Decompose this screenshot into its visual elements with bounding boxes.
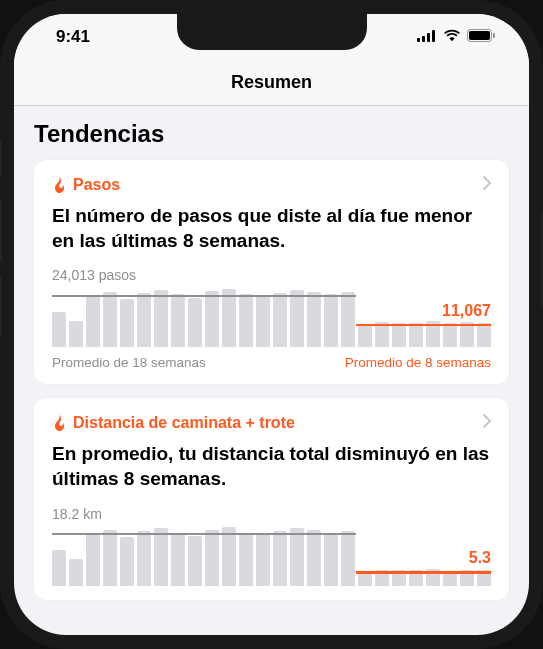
long-avg-label: 24,013 pasos: [52, 267, 491, 283]
side-button: [0, 140, 2, 176]
bar: [256, 534, 270, 586]
bar: [205, 291, 219, 347]
nav-title: Resumen: [231, 72, 312, 92]
bar: [256, 295, 270, 347]
wifi-icon: [443, 27, 461, 47]
svg-rect-6: [493, 33, 495, 38]
card-header: Distancia de caminata + trote: [52, 414, 491, 432]
bar: [239, 533, 253, 586]
flame-icon: [52, 177, 67, 194]
bar: [341, 292, 355, 347]
bar: [52, 312, 66, 347]
bar: [188, 536, 202, 586]
content[interactable]: Tendencias Pasos El número de pasos que …: [14, 106, 529, 628]
bar: [273, 531, 287, 586]
bar: [52, 550, 66, 585]
bar: [443, 323, 457, 347]
bar: [69, 559, 83, 586]
screen: 9:41 Resumen Tendencias: [14, 14, 529, 635]
bar: [205, 530, 219, 586]
nav-bar: Resumen: [14, 60, 529, 106]
trend-card-distance[interactable]: Distancia de caminata + trote En promedi…: [34, 398, 509, 599]
svg-rect-5: [469, 31, 490, 40]
bar: [324, 533, 338, 586]
long-avg-line: [52, 533, 356, 535]
bar: [154, 290, 168, 348]
card-message: En promedio, tu distancia total disminuy…: [52, 442, 491, 491]
bar: [137, 293, 151, 347]
chart-legend: Promedio de 18 semanas Promedio de 8 sem…: [52, 355, 491, 370]
bar: [120, 299, 134, 348]
bar: [86, 295, 100, 347]
svg-rect-3: [432, 30, 435, 42]
long-avg-line: [52, 295, 356, 297]
bar: [154, 528, 168, 586]
bar: [137, 531, 151, 586]
bar: [273, 293, 287, 347]
bar: [290, 528, 304, 586]
bar: [120, 537, 134, 586]
phone-frame: 9:41 Resumen Tendencias: [0, 0, 543, 649]
legend-short: Promedio de 8 semanas: [345, 355, 491, 370]
bar: [69, 321, 83, 348]
svg-rect-2: [427, 33, 430, 42]
bar: [222, 289, 236, 348]
bar: [171, 533, 185, 586]
trend-card-steps[interactable]: Pasos El número de pasos que diste al dí…: [34, 160, 509, 384]
short-avg-value: 5.3: [469, 549, 491, 567]
svg-rect-1: [422, 36, 425, 42]
legend-long: Promedio de 18 semanas: [52, 355, 206, 370]
bar: [222, 527, 236, 586]
bar: [86, 534, 100, 586]
status-time: 9:41: [56, 27, 90, 47]
bar: [307, 530, 321, 586]
bar: [290, 290, 304, 348]
cellular-icon: [417, 27, 437, 47]
volume-down-button: [0, 276, 2, 338]
bar: [171, 294, 185, 347]
bar: [358, 324, 372, 347]
volume-up-button: [0, 200, 2, 262]
card-message: El número de pasos que diste al día fue …: [52, 204, 491, 253]
short-avg-value: 11,067: [442, 302, 491, 320]
section-title: Tendencias: [34, 120, 509, 148]
bar: [188, 298, 202, 348]
chart-steps: 24,013 pasos 11,067: [52, 267, 491, 347]
short-avg-line: [356, 571, 491, 574]
card-header: Pasos: [52, 176, 491, 194]
bar: [307, 292, 321, 347]
bar: [392, 323, 406, 347]
battery-icon: [467, 27, 495, 47]
bar: [103, 530, 117, 586]
card-title: Distancia de caminata + trote: [73, 414, 295, 432]
chevron-right-icon: [483, 414, 491, 432]
notch: [177, 14, 367, 50]
chart-distance: 18.2 km 5.3: [52, 506, 491, 586]
bar: [341, 531, 355, 586]
flame-icon: [52, 415, 67, 432]
long-avg-label: 18.2 km: [52, 506, 491, 522]
bar: [239, 294, 253, 347]
card-title: Pasos: [73, 176, 120, 194]
chevron-right-icon: [483, 176, 491, 194]
bar: [324, 294, 338, 347]
short-avg-line: [356, 324, 491, 327]
status-indicators: [417, 27, 495, 47]
bar: [103, 292, 117, 347]
bar: [477, 323, 491, 347]
svg-rect-0: [417, 38, 420, 42]
